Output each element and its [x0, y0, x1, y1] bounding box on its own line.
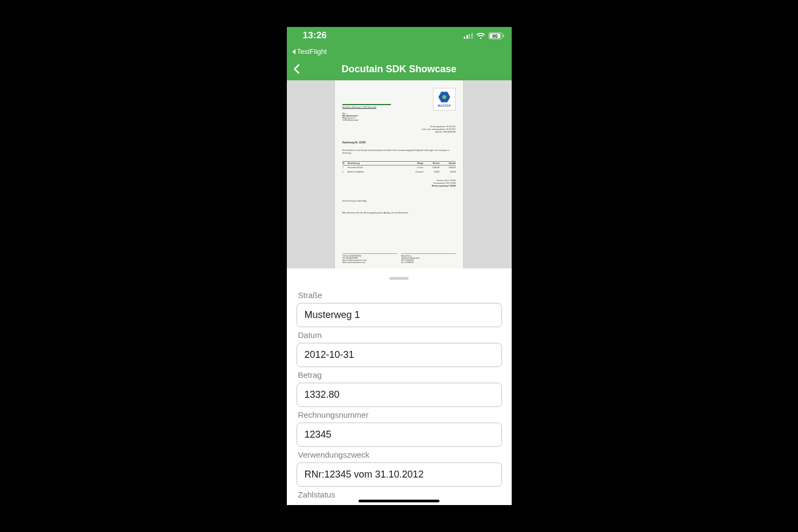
- document-recipient-l4: 12345 Musterstadt: [342, 119, 358, 122]
- wifi-icon: [476, 33, 485, 39]
- document-intro: Wir bedanken uns für die gute Zusammenar…: [342, 149, 456, 154]
- document-sender: Musterfirma | Musterweg 1 | 12345 Muster…: [342, 107, 376, 109]
- document-preview-area[interactable]: MUSTER Musterfirma | Musterweg 1 | 12345…: [287, 80, 512, 270]
- verwendungszweck-input[interactable]: [297, 462, 502, 487]
- cellular-icon: [464, 33, 473, 39]
- document-note2: Bitte überweisen Sie den Rechnungsbetrag…: [342, 212, 409, 215]
- rechnungsnummer-label: Rechnungsnummer: [298, 410, 502, 419]
- document-header-bar: [342, 104, 391, 105]
- document-meta-l1: Rechnungsdatum: 31.10.2012: [430, 126, 456, 128]
- betrag-input[interactable]: [297, 383, 502, 407]
- field-rechnungsnummer: Rechnungsnummer: [297, 410, 502, 447]
- document-sum-l1: Summe netto 1.120,00: [437, 179, 456, 182]
- back-app-label: TestFlight: [297, 47, 327, 56]
- status-time: 13:26: [303, 30, 327, 41]
- field-datum: Datum: [297, 330, 502, 367]
- back-triangle-icon: [292, 49, 295, 54]
- status-right: 95: [464, 32, 504, 39]
- phone-frame: 13:26 95 TestFlight: [287, 27, 512, 505]
- strasse-input[interactable]: [297, 303, 502, 327]
- field-strasse: Straße: [297, 291, 502, 327]
- field-betrag: Betrag: [297, 370, 502, 407]
- form-sheet: Straße Datum Betrag Rechnungsnummer Verw…: [287, 268, 512, 505]
- battery-percent: 95: [492, 33, 498, 39]
- rechnungsnummer-input[interactable]: [297, 423, 502, 447]
- sheet-grabber[interactable]: [389, 277, 409, 280]
- document-meta-l2: Liefer- bzw. Leistungsdatum: 31.10.2012: [422, 128, 456, 131]
- verwendungszweck-label: Verwendungszweck: [298, 450, 502, 459]
- page-title: Docutain SDK Showcase: [287, 64, 512, 75]
- document-sum-l2: Umsatzsteuer 19% 212,80: [434, 182, 456, 185]
- document-page: MUSTER Musterfirma | Musterweg 1 | 12345…: [335, 80, 463, 269]
- document-table-row-1: 1 Fernseher 43 Zoll 1 Stück 1.000,00 1.0…: [342, 166, 456, 169]
- document-logo: MUSTER: [433, 88, 456, 110]
- document-footer: Telefon 01234/567834 Fax 01234/567835 Em…: [342, 253, 456, 264]
- hexagon-icon: [438, 91, 450, 103]
- document-meta-l3: Ident-Nr.: DE123456789: [435, 131, 456, 134]
- header-green: 13:26 95 TestFlight: [287, 27, 512, 80]
- home-indicator[interactable]: [359, 500, 439, 502]
- field-verwendungszweck: Verwendungszweck: [297, 450, 502, 487]
- field-zahlstatus: Zahlstatus: [297, 490, 502, 499]
- nav-bar: Docutain SDK Showcase: [287, 58, 512, 80]
- document-table-row-2: 2 Anfahrt und Aufbau Pauschal 120,00 120…: [342, 170, 456, 174]
- document-footer-left: Telefon 01234/567834 Fax 01234/567835 Em…: [342, 253, 397, 264]
- document-note1: Die Rechnung ist sofort fällig.: [342, 200, 367, 203]
- document-footer-right: Musterfirma Volksbank Musterdorf BLZ 123…: [401, 253, 456, 264]
- document-table-header: Nr. Bezeichnung Menge Einzeln Gesamt: [342, 161, 456, 165]
- battery-icon: 95: [489, 32, 504, 39]
- status-bar: 13:26 95: [287, 27, 512, 47]
- document-sum-l3: Rechnungsbetrag 1.332,80: [432, 185, 456, 188]
- strasse-label: Straße: [298, 291, 502, 300]
- document-title: Rechnung Nr. 12345: [342, 141, 366, 144]
- datum-label: Datum: [298, 330, 502, 340]
- datum-input[interactable]: [297, 343, 502, 367]
- document-logo-text: MUSTER: [438, 104, 451, 107]
- betrag-label: Betrag: [298, 370, 502, 379]
- back-to-app[interactable]: TestFlight: [287, 47, 512, 58]
- zahlstatus-label: Zahlstatus: [298, 490, 502, 499]
